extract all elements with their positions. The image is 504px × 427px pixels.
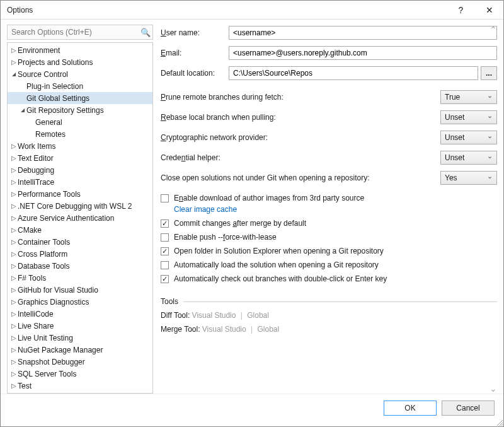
chevron-right-icon[interactable]: ▷	[10, 382, 18, 389]
tree-item-label: Plug-in Selection	[26, 82, 83, 91]
auto-load-checkbox[interactable]	[161, 261, 169, 269]
tree-item-label: Source Control	[18, 70, 68, 79]
prune-dropdown[interactable]: True	[440, 90, 497, 104]
prune-label: Prune remote branches during fetch:	[161, 93, 284, 102]
tree-item[interactable]: ▷Azure Service Authentication	[8, 212, 152, 224]
help-button[interactable]: ?	[447, 1, 475, 20]
tree-item[interactable]: ▷IntelliCode	[8, 308, 152, 320]
tree-item-label: Git Repository Settings	[26, 106, 104, 115]
chevron-right-icon[interactable]: ▷	[10, 370, 18, 377]
tree-item[interactable]: ◢Source Control	[8, 68, 152, 80]
tree-item[interactable]: ▷Projects and Solutions	[8, 56, 152, 68]
tree-item[interactable]: Remotes	[8, 128, 152, 140]
divider	[183, 301, 497, 302]
chevron-down-icon[interactable]: ◢	[10, 71, 18, 77]
username-input[interactable]	[229, 26, 497, 40]
tree-item[interactable]: Plug-in Selection	[8, 80, 152, 92]
chevron-right-icon[interactable]: ▷	[10, 155, 18, 161]
diff-tool-label: Diff Tool:	[161, 311, 190, 320]
tree-item[interactable]: ▷Container Tools	[8, 236, 152, 248]
chevron-right-icon[interactable]: ▷	[10, 143, 18, 149]
chevron-right-icon[interactable]: ▷	[10, 59, 18, 66]
chevron-right-icon[interactable]: ▷	[10, 274, 18, 281]
tree-item-label: Remotes	[35, 130, 66, 139]
tree-item[interactable]: General	[8, 116, 152, 128]
scroll-up-icon[interactable]: ⌃	[490, 25, 497, 35]
chevron-right-icon[interactable]: ▷	[10, 202, 18, 209]
chevron-right-icon[interactable]: ▷	[10, 226, 18, 233]
tree-item[interactable]: ▷Live Unit Testing	[8, 332, 152, 344]
author-images-checkbox[interactable]	[161, 194, 169, 202]
tree-item[interactable]: ▷SQL Server Tools	[8, 368, 152, 380]
tree-item[interactable]: ▷Environment	[8, 44, 152, 56]
tree-item[interactable]: ▷Test	[8, 380, 152, 392]
clear-image-cache-link[interactable]: Clear image cache	[174, 205, 497, 214]
tree-item[interactable]: ▷Test Adapter for Google Test	[8, 392, 152, 394]
chevron-right-icon[interactable]: ▷	[10, 322, 18, 329]
chevron-right-icon[interactable]: ▷	[10, 214, 18, 221]
tree-item[interactable]: ▷IntelliTrace	[8, 176, 152, 188]
tree-item[interactable]: ▷Debugging	[8, 164, 152, 176]
tree-item[interactable]: ▷GitHub for Visual Studio	[8, 284, 152, 296]
tree-item[interactable]: ◢Git Repository Settings	[8, 104, 152, 116]
search-input[interactable]	[8, 25, 139, 39]
tree-item[interactable]: ▷Database Tools	[8, 260, 152, 272]
cancel-button[interactable]: Cancel	[442, 401, 495, 416]
open-folder-checkbox[interactable]	[161, 247, 169, 255]
diff-tool-vs[interactable]: Visual Studio	[192, 311, 236, 320]
commit-after-merge-checkbox[interactable]	[161, 219, 169, 228]
default-location-label: Default location:	[161, 69, 229, 78]
credential-dropdown[interactable]: Unset	[440, 151, 497, 165]
chevron-right-icon[interactable]: ▷	[10, 310, 18, 317]
chevron-right-icon[interactable]: ▷	[10, 262, 18, 269]
tree-item[interactable]: ▷Text Editor	[8, 152, 152, 164]
chevron-right-icon[interactable]: ▷	[10, 178, 18, 185]
tree-item[interactable]: ▷F# Tools	[8, 272, 152, 284]
tree-item[interactable]: ▷Live Share	[8, 320, 152, 332]
tree-item[interactable]: ▷CMake	[8, 224, 152, 236]
dialog-footer: OK Cancel	[1, 394, 503, 421]
tree-item[interactable]: ▷NuGet Package Manager	[8, 344, 152, 356]
chevron-right-icon[interactable]: ▷	[10, 358, 18, 365]
diff-tool-global[interactable]: Global	[247, 311, 269, 320]
tree-item-label: Azure Service Authentication	[18, 214, 114, 223]
resize-grip[interactable]	[495, 418, 503, 426]
merge-tool-global[interactable]: Global	[257, 325, 279, 334]
search-icon[interactable]: 🔍	[139, 28, 152, 37]
tree-item[interactable]: ▷Snapshot Debugger	[8, 356, 152, 368]
chevron-right-icon[interactable]: ▷	[10, 298, 18, 305]
close-button[interactable]: ✕	[475, 1, 503, 20]
tree-item[interactable]: ▷.NET Core Debugging with WSL 2	[8, 200, 152, 212]
crypto-dropdown[interactable]: Unset	[440, 131, 497, 144]
browse-button[interactable]: ...	[481, 66, 497, 80]
push-force-checkbox[interactable]	[161, 233, 169, 242]
chevron-right-icon[interactable]: ▷	[10, 334, 18, 341]
email-label: Email:	[161, 49, 229, 57]
default-location-input[interactable]	[229, 66, 478, 80]
commit-after-merge-label: Commit changes after merge by default	[174, 219, 306, 228]
close-solutions-dropdown[interactable]: Yes	[440, 171, 497, 185]
chevron-right-icon[interactable]: ▷	[10, 346, 18, 353]
tree-item[interactable]: Git Global Settings	[8, 92, 152, 104]
chevron-right-icon[interactable]: ▷	[10, 47, 18, 54]
auto-checkout-checkbox[interactable]	[161, 275, 169, 283]
tree-item-label: NuGet Package Manager	[18, 346, 103, 354]
tree-item[interactable]: ▷Cross Platform	[8, 248, 152, 260]
tree-item[interactable]: ▷Performance Tools	[8, 188, 152, 200]
chevron-right-icon[interactable]: ▷	[10, 286, 18, 293]
email-input[interactable]	[229, 46, 497, 60]
chevron-right-icon[interactable]: ▷	[10, 190, 18, 197]
scroll-down-icon[interactable]: ⌄	[490, 383, 497, 394]
tree-item[interactable]: ▷Work Items	[8, 140, 152, 152]
tree-item-label: Container Tools	[18, 238, 70, 247]
rebase-dropdown[interactable]: Unset	[440, 110, 497, 124]
chevron-right-icon[interactable]: ▷	[10, 238, 18, 245]
chevron-right-icon[interactable]: ▷	[10, 250, 18, 257]
chevron-right-icon[interactable]: ▷	[10, 167, 18, 173]
options-tree[interactable]: ▷Environment▷Projects and Solutions◢Sour…	[7, 42, 153, 394]
tree-item[interactable]: ▷Graphics Diagnostics	[8, 296, 152, 308]
merge-tool-vs[interactable]: Visual Studio	[202, 325, 246, 334]
search-box[interactable]: 🔍	[7, 25, 153, 40]
chevron-down-icon[interactable]: ◢	[19, 107, 26, 113]
ok-button[interactable]: OK	[384, 401, 437, 416]
